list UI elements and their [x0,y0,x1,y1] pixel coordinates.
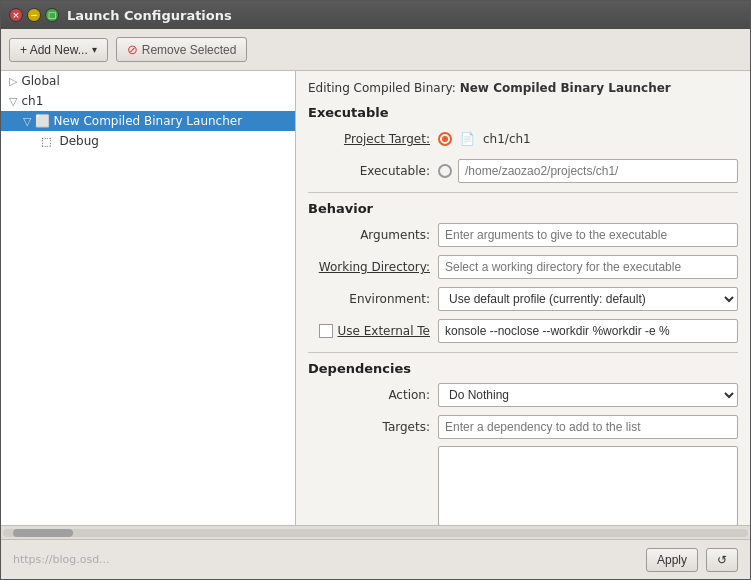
minimize-button[interactable]: − [27,8,41,22]
editing-config-name: New Compiled Binary Launcher [460,81,671,95]
right-panel: Editing Compiled Binary: New Compiled Bi… [296,71,750,525]
close-button[interactable]: × [9,8,23,22]
remove-selected-button[interactable]: ⊘ Remove Selected [116,37,248,62]
folder-icon: ▷ [9,75,17,88]
action-select[interactable]: Do Nothing [438,383,738,407]
dropdown-arrow-icon: ▾ [92,44,97,55]
scrollbar-thumb[interactable] [13,529,73,537]
action-label: Action: [308,388,438,402]
scrollbar-track [3,529,748,537]
external-terminal-row: Use External Te [308,318,738,344]
working-dir-input[interactable] [438,255,738,279]
window-title: Launch Configurations [67,8,232,23]
external-terminal-input[interactable] [438,319,738,343]
titlebar: × − □ Launch Configurations [1,1,750,29]
project-target-label: Project Target: [308,132,438,146]
divider-1 [308,192,738,193]
debug-icon: ⬚ [41,135,51,148]
action-row: Action: Do Nothing [308,382,738,408]
divider-2 [308,352,738,353]
remove-label: Remove Selected [142,43,237,57]
targets-textarea[interactable] [438,446,738,525]
project-target-row: Project Target: 📄 ch1/ch1 [308,126,738,152]
targets-label: Targets: [308,420,438,434]
project-target-value: ch1/ch1 [483,132,531,146]
executable-input[interactable] [458,159,738,183]
executable-label: Executable: [308,164,438,178]
environment-select[interactable]: Use default profile (currently: default) [438,287,738,311]
tree-item-label: Global [21,74,59,88]
arguments-label: Arguments: [308,228,438,242]
executable-row: Executable: [308,158,738,184]
working-dir-label: Working Directory: [308,260,438,274]
tree-item-label: New Compiled Binary Launcher [53,114,242,128]
tree-item-new-binary[interactable]: ▽ ⬜ New Compiled Binary Launcher [1,111,295,131]
tree-item-global[interactable]: ▷ Global [1,71,295,91]
project-target-radio-group: 📄 ch1/ch1 [438,132,531,146]
apply-label: Apply [657,553,687,567]
maximize-button[interactable]: □ [45,8,59,22]
horizontal-scrollbar[interactable] [1,525,750,539]
targets-row: Targets: [308,414,738,440]
left-panel: ▷ Global ▽ ch1 ▽ ⬜ New Compiled Binary L… [1,71,296,525]
cancel-icon: ↺ [717,553,727,567]
targets-input[interactable] [438,415,738,439]
external-terminal-checkbox[interactable] [319,324,333,338]
dependencies-section-header: Dependencies [308,361,738,376]
project-target-radio-option[interactable] [438,132,452,146]
folder-icon: ▽ [9,95,17,108]
executable-section-header: Executable [308,105,738,120]
project-target-radio[interactable] [438,132,452,146]
watermark: https://blog.osd... [13,553,638,566]
tree-item-ch1[interactable]: ▽ ch1 [1,91,295,111]
cancel-button[interactable]: ↺ [706,548,738,572]
tree-item-label: Debug [59,134,98,148]
footer: https://blog.osd... Apply ↺ [1,539,750,579]
tree-item-debug[interactable]: ⬚ Debug [1,131,295,151]
arguments-row: Arguments: [308,222,738,248]
add-new-button[interactable]: + Add New... ▾ [9,38,108,62]
arguments-input[interactable] [438,223,738,247]
targets-list-row [308,446,738,525]
window-controls: × − □ [9,8,59,22]
tree-item-label: ch1 [21,94,43,108]
file-icon: 📄 [460,132,475,146]
external-terminal-label: Use External Te [337,324,430,338]
working-dir-row: Working Directory: [308,254,738,280]
binary-file-icon: ⬜ [35,114,50,128]
remove-icon: ⊘ [127,42,138,57]
executable-radio-option[interactable] [438,164,452,178]
environment-label: Environment: [308,292,438,306]
apply-button[interactable]: Apply [646,548,698,572]
environment-row: Environment: Use default profile (curren… [308,286,738,312]
file-icon: ▽ [23,115,31,128]
behavior-section-header: Behavior [308,201,738,216]
add-new-label: + Add New... [20,43,88,57]
main-window: × − □ Launch Configurations + Add New...… [0,0,751,580]
toolbar: + Add New... ▾ ⊘ Remove Selected [1,29,750,71]
editing-title: Editing Compiled Binary: New Compiled Bi… [308,81,738,95]
executable-radio[interactable] [438,164,452,178]
main-content: ▷ Global ▽ ch1 ▽ ⬜ New Compiled Binary L… [1,71,750,525]
